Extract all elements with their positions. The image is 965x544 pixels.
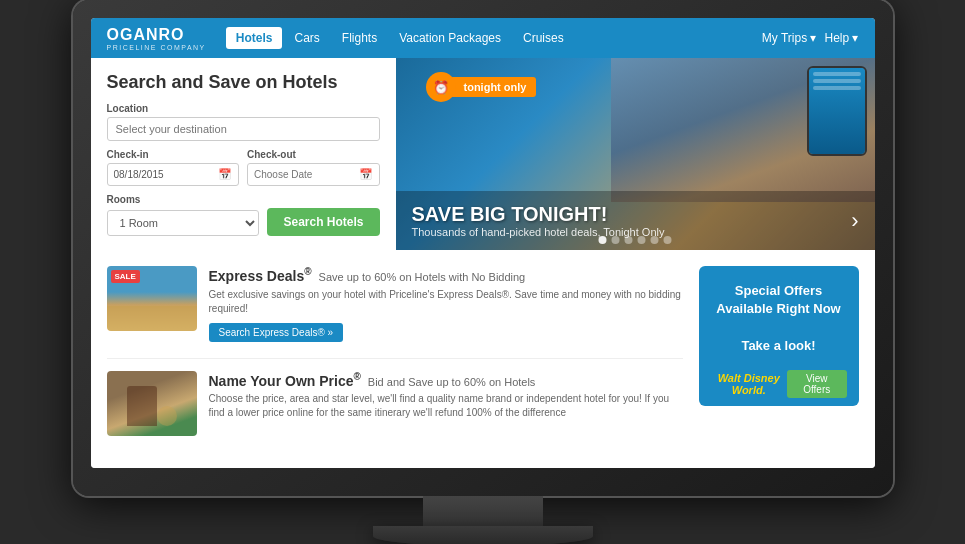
nav-vacation-packages[interactable]: Vacation Packages: [389, 27, 511, 49]
express-deals-text: Express Deals® Save up to 60% on Hotels …: [209, 266, 683, 342]
name-your-price-text: Name Your Own Price® Bid and Save up to …: [209, 371, 683, 436]
checkout-group: Check-out 📅: [247, 149, 380, 186]
phone-mockup: [807, 66, 867, 156]
monitor-stand-base: [373, 526, 593, 544]
checkout-wrapper: 📅: [247, 163, 380, 186]
monitor-wrapper: OGANRO PRICELINE COMPANY Hotels Cars Fli…: [73, 0, 893, 544]
checkout-calendar-icon[interactable]: 📅: [359, 168, 373, 181]
nav-right: My Trips ▾ Help ▾: [762, 31, 859, 45]
nav-flights[interactable]: Flights: [332, 27, 387, 49]
main-content: SALE Express Deals® Save up to 60% on Ho…: [91, 250, 875, 468]
disney-ad-text: Special Offers Available Right Now Take …: [711, 282, 847, 355]
dot-4[interactable]: [638, 236, 646, 244]
disney-ad-line1: Special Offers: [711, 282, 847, 300]
divider: [107, 358, 683, 359]
sidebar-ad: Special Offers Available Right Now Take …: [699, 266, 859, 452]
name-your-price-subtitle: Bid and Save up to 60% on Hotels: [368, 375, 536, 387]
express-deals-title: Express Deals® Save up to 60% on Hotels …: [209, 266, 683, 284]
phone-line-1: [813, 72, 861, 76]
logo-text: OGANRO: [107, 26, 185, 43]
name-your-price-image: [107, 371, 197, 436]
tonight-badge: tonight only: [450, 77, 537, 97]
monitor-stand-neck: [423, 496, 543, 526]
deals-section: SALE Express Deals® Save up to 60% on Ho…: [107, 266, 683, 452]
dot-1[interactable]: [599, 236, 607, 244]
help-link[interactable]: Help ▾: [824, 31, 858, 45]
monitor-screen: OGANRO PRICELINE COMPANY Hotels Cars Fli…: [91, 18, 875, 468]
checkout-input[interactable]: [254, 169, 355, 180]
search-title: Search and Save on Hotels: [107, 72, 380, 93]
phone-screen: [809, 68, 865, 154]
express-deals-image: SALE: [107, 266, 197, 331]
hero-title: SAVE BIG TONIGHT!: [412, 203, 665, 226]
nav-cars[interactable]: Cars: [284, 27, 329, 49]
hero-image-panel: ⏰ tonight only SAVE BIG TONIGHT! Thousan…: [396, 58, 875, 250]
checkout-label: Check-out: [247, 149, 380, 160]
dates-row: Check-in 📅 Check-out 📅: [107, 149, 380, 186]
location-input[interactable]: [107, 117, 380, 141]
dot-3[interactable]: [625, 236, 633, 244]
hero-next-arrow[interactable]: ›: [851, 208, 858, 234]
hero-text-block: SAVE BIG TONIGHT! Thousands of hand-pick…: [412, 203, 665, 238]
disney-logo: Walt Disney World.: [711, 372, 787, 396]
dot-6[interactable]: [664, 236, 672, 244]
my-trips-link[interactable]: My Trips ▾: [762, 31, 817, 45]
rooms-group: 1 Room 2 Rooms 3 Rooms: [107, 210, 260, 236]
logo-sub: PRICELINE COMPANY: [107, 44, 206, 51]
checkin-group: Check-in 📅: [107, 149, 240, 186]
checkin-calendar-icon[interactable]: 📅: [218, 168, 232, 181]
express-deals-subtitle: Save up to 60% on Hotels with No Bidding: [319, 271, 526, 283]
express-deals-desc: Get exclusive savings on your hotel with…: [209, 288, 683, 316]
dot-2[interactable]: [612, 236, 620, 244]
name-your-price-block: Name Your Own Price® Bid and Save up to …: [107, 371, 683, 436]
checkin-input[interactable]: [114, 169, 215, 180]
search-panel: Search and Save on Hotels Location Check…: [91, 58, 396, 250]
monitor-bezel: OGANRO PRICELINE COMPANY Hotels Cars Fli…: [73, 0, 893, 496]
nav-hotels[interactable]: Hotels: [226, 27, 283, 49]
disney-ad: Special Offers Available Right Now Take …: [699, 266, 859, 406]
nav-cruises[interactable]: Cruises: [513, 27, 574, 49]
express-deals-button[interactable]: Search Express Deals® »: [209, 323, 344, 342]
hero-section: Search and Save on Hotels Location Check…: [91, 58, 875, 250]
carousel-dots: [599, 236, 672, 244]
view-offers-button[interactable]: View Offers: [787, 370, 847, 398]
nav-items: Hotels Cars Flights Vacation Packages Cr…: [226, 27, 762, 49]
phone-line-3: [813, 86, 861, 90]
rooms-select[interactable]: 1 Room 2 Rooms 3 Rooms: [107, 210, 260, 236]
phone-line-2: [813, 79, 861, 83]
checkin-wrapper: 📅: [107, 163, 240, 186]
navbar: OGANRO PRICELINE COMPANY Hotels Cars Fli…: [91, 18, 875, 58]
tonight-container: ⏰ tonight only: [426, 72, 537, 102]
disney-ad-line3: Take a look!: [711, 337, 847, 355]
search-hotels-button[interactable]: Search Hotels: [267, 208, 379, 236]
rooms-label: Rooms: [107, 194, 380, 205]
name-your-price-title: Name Your Own Price® Bid and Save up to …: [209, 371, 683, 389]
location-label: Location: [107, 103, 380, 114]
express-deals-block: SALE Express Deals® Save up to 60% on Ho…: [107, 266, 683, 342]
logo: OGANRO PRICELINE COMPANY: [107, 26, 206, 51]
clock-icon: ⏰: [426, 72, 456, 102]
disney-bottom-row: Walt Disney World. View Offers: [711, 370, 847, 398]
sale-badge: SALE: [111, 270, 140, 283]
disney-ad-line2: Available Right Now: [711, 300, 847, 318]
checkin-label: Check-in: [107, 149, 240, 160]
name-your-price-desc: Choose the price, area and star level, w…: [209, 392, 683, 420]
rooms-row: 1 Room 2 Rooms 3 Rooms Search Hotels: [107, 208, 380, 236]
dot-5[interactable]: [651, 236, 659, 244]
